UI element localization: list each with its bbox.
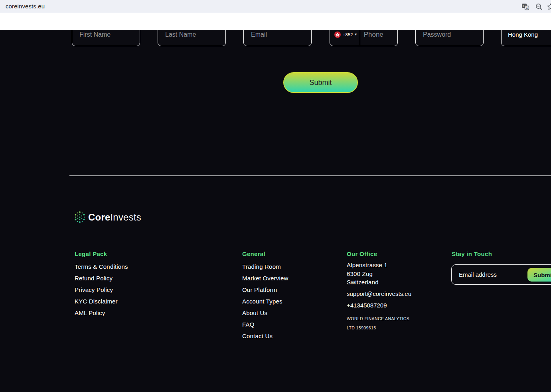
- link-privacy-policy[interactable]: Privacy Policy: [75, 286, 113, 293]
- link-contact-us[interactable]: Contact Us: [242, 333, 273, 339]
- footer-column-office: Our Office Alpenstrasse 1 6300 Zug Switz…: [347, 250, 411, 333]
- footer-divider: [69, 175, 551, 176]
- link-market-overview[interactable]: Market Overview: [242, 275, 288, 282]
- list-item: Account Types: [242, 295, 288, 307]
- address-line: Switzerland: [347, 278, 411, 287]
- newsletter-heading: Stay in Touch: [452, 250, 492, 258]
- list-item: AML Policy: [75, 307, 128, 319]
- list-item: Trading Room: [242, 261, 288, 272]
- list-item: Privacy Policy: [75, 284, 128, 295]
- svg-text:A: A: [526, 7, 528, 10]
- link-kyc-disclaimer[interactable]: KYC Disclaimer: [75, 298, 118, 305]
- logo: CoreInvests: [74, 211, 141, 223]
- company-registration-line: LTD 15909615: [347, 323, 411, 333]
- link-account-types[interactable]: Account Types: [242, 298, 282, 305]
- office-phone-link[interactable]: +41345087209: [347, 302, 387, 309]
- office-heading: Our Office: [347, 250, 411, 258]
- support-email-link[interactable]: support@coreinvests.eu: [347, 290, 411, 297]
- link-about-us[interactable]: About Us: [242, 309, 267, 316]
- footer-column-general: General Trading Room Market Overview Our…: [242, 250, 288, 342]
- chevron-down-icon: ▾: [355, 33, 357, 36]
- logo-wordmark: CoreInvests: [88, 212, 141, 223]
- list-item: Market Overview: [242, 272, 288, 284]
- browser-address-bar: coreinvests.eu G A: [0, 0, 551, 13]
- list-item: KYC Disclaimer: [75, 295, 128, 307]
- link-faq[interactable]: FAQ: [242, 321, 255, 328]
- white-header-band: [0, 13, 551, 30]
- translate-icon[interactable]: G A: [521, 3, 529, 11]
- list-item: FAQ: [242, 319, 288, 330]
- address-line: Alpenstrasse 1: [347, 261, 411, 270]
- link-our-platform[interactable]: Our Platform: [242, 286, 277, 293]
- logo-hexagon-dots-icon: [74, 211, 85, 223]
- newsletter-email-input[interactable]: [452, 265, 525, 284]
- logo-invests: Invests: [110, 212, 141, 223]
- url-text[interactable]: coreinvests.eu: [6, 3, 45, 10]
- list-item: Refund Policy: [75, 272, 128, 284]
- link-aml-policy[interactable]: AML Policy: [75, 309, 105, 316]
- footer-column-legal: Legal Pack Terms & Conditions Refund Pol…: [75, 250, 128, 319]
- newsletter-field: Submit: [451, 264, 551, 285]
- link-refund-policy[interactable]: Refund Policy: [75, 275, 113, 282]
- company-registration-line: WORLD FINANCE ANALYTICS: [347, 314, 411, 323]
- general-heading: General: [242, 250, 288, 258]
- bookmark-star-icon[interactable]: [547, 3, 551, 11]
- dial-code: +852: [343, 32, 353, 37]
- hong-kong-flag-icon: [334, 32, 341, 38]
- list-item: Contact Us: [242, 330, 288, 342]
- page-background: +852 ▾ Hong Kong Submit: [0, 13, 551, 392]
- list-item: Our Platform: [242, 284, 288, 295]
- legal-heading: Legal Pack: [75, 250, 128, 258]
- zoom-out-icon[interactable]: [535, 3, 543, 11]
- list-item: About Us: [242, 307, 288, 319]
- link-terms-conditions[interactable]: Terms & Conditions: [75, 263, 128, 270]
- address-line: 6300 Zug: [347, 270, 411, 278]
- logo-core: Core: [88, 212, 110, 223]
- submit-button[interactable]: Submit: [283, 72, 358, 93]
- link-trading-room[interactable]: Trading Room: [242, 263, 281, 270]
- list-item: Terms & Conditions: [75, 261, 128, 272]
- newsletter-submit-button[interactable]: Submit: [527, 268, 551, 282]
- footer-column-newsletter: Stay in Touch: [452, 250, 492, 261]
